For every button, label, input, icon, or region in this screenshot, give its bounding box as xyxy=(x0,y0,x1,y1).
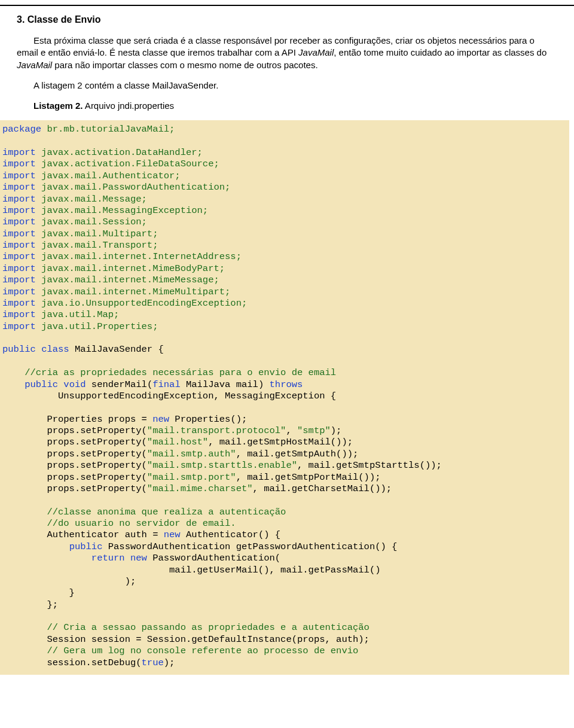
kw-import: import xyxy=(2,159,36,169)
pkg-name: br.mb.tutorialJavaMail; xyxy=(41,124,175,135)
imp: javax.mail.Authenticator; xyxy=(36,170,181,181)
str5: "mail.smtp.starttls.enable" xyxy=(147,460,297,471)
imp: javax.mail.Message; xyxy=(36,194,147,205)
imp: javax.mail.internet.MimeBodyPart; xyxy=(36,263,225,274)
comment4: // Cria a sessao passando as propriedade… xyxy=(47,622,370,633)
kw-final: final xyxy=(152,379,181,390)
imp: javax.mail.Multipart; xyxy=(36,229,158,239)
paragraph-listing-ref: A listagem 2 contém a classe MailJavaSen… xyxy=(17,80,557,92)
kw-import: import xyxy=(2,147,36,158)
comment2: //classe anonima que realiza a autentica… xyxy=(47,507,286,517)
set2a: props.setProperty( xyxy=(2,437,147,447)
kw-import: import xyxy=(2,217,36,227)
e5: , mail.getSmtpPortMail()); xyxy=(236,472,381,483)
c1: , xyxy=(286,425,297,436)
pa-args: mail.getUserMail(), mail.getPassMail() xyxy=(2,565,381,575)
kw-import: import xyxy=(2,287,36,297)
kw-true: true xyxy=(142,657,164,668)
imp: javax.mail.MessagingException; xyxy=(36,205,208,216)
listing-rest: Arquivo jndi.properties xyxy=(83,100,175,111)
para1-text-c: , então tome muito cuidado ao importar a… xyxy=(334,47,546,57)
kw-void: void xyxy=(63,379,86,390)
auth-ctor: Authenticator() { xyxy=(181,529,280,540)
comment5: // Gera um log no console referente ao p… xyxy=(47,645,358,656)
throws-list: UnsupportedEncodingException, MessagingE… xyxy=(2,391,336,401)
kw-new: new xyxy=(152,414,169,425)
e2: , mail.getSmtpHostMail()); xyxy=(208,437,353,447)
imp: javax.mail.PasswordAuthentication; xyxy=(36,182,231,193)
kw-import: import xyxy=(2,229,36,239)
kw-import: import xyxy=(2,251,36,262)
set1a: props.setProperty( xyxy=(2,425,147,436)
imp: javax.mail.internet.MimeMessage; xyxy=(36,275,219,285)
str6: "mail.smtp.port" xyxy=(147,472,236,483)
set6a: props.setProperty( xyxy=(2,483,147,494)
str4: "mail.smtp.auth" xyxy=(147,449,236,459)
kw-import: import xyxy=(2,194,36,205)
kw-class: class xyxy=(41,344,69,355)
kw-import: import xyxy=(2,182,36,193)
end: ); xyxy=(164,657,175,668)
set3a: props.setProperty( xyxy=(2,449,147,459)
imp: javax.activation.FileDataSource; xyxy=(36,159,219,169)
auth-decl: Authenticator auth = xyxy=(2,529,164,540)
gpa: PasswordAuthentication getPasswordAuthen… xyxy=(102,541,397,552)
kw-import: import xyxy=(2,240,36,251)
listing-label: Listagem 2. xyxy=(33,100,83,111)
str3: "mail.host" xyxy=(147,437,208,447)
str2: "smtp" xyxy=(297,425,331,436)
class-decl: MailJavaSender { xyxy=(69,344,164,355)
imp: javax.mail.internet.MimeMultipart; xyxy=(36,287,231,297)
imp: java.io.UnsupportedEncodingException; xyxy=(36,298,247,309)
e1: ); xyxy=(331,425,342,436)
imp: java.util.Properties; xyxy=(36,321,158,332)
pa-close: ); xyxy=(2,576,136,587)
para1-italic-2: JavaMail xyxy=(17,60,52,70)
kw-import: import xyxy=(2,275,36,285)
kw-import: import xyxy=(2,309,36,320)
kw-public: public xyxy=(2,344,36,355)
e6: , mail.getCharsetMail()); xyxy=(253,483,392,494)
kw-throws: throws xyxy=(270,379,303,390)
pa-ctor: PasswordAuthentication( xyxy=(147,553,280,563)
imp: javax.mail.internet.InternetAddress; xyxy=(36,251,242,262)
code-listing: package br.mb.tutorialJavaMail; import j… xyxy=(0,120,569,675)
brace2: }; xyxy=(2,599,58,610)
kw-public: public xyxy=(25,379,58,390)
listing-caption: Listagem 2. Arquivo jndi.properties xyxy=(17,100,557,112)
imp: javax.mail.Session; xyxy=(36,217,147,227)
kw-import: import xyxy=(2,205,36,216)
comment3: //do usuario no servidor de email. xyxy=(47,518,236,529)
kw-new: new xyxy=(130,553,147,563)
imp: javax.mail.Transport; xyxy=(36,240,158,251)
para1-text-e: para não importar classes com o mesmo no… xyxy=(52,60,317,70)
paragraph-intro: Esta próxima classe que será criada é a … xyxy=(17,35,557,71)
imp: java.util.Map; xyxy=(36,309,120,320)
method: senderMail( xyxy=(86,379,153,390)
session: Session session = Session.getDefaultInst… xyxy=(2,634,370,645)
kw-import: import xyxy=(2,321,36,332)
set5a: props.setProperty( xyxy=(2,472,147,483)
kw-public: public xyxy=(69,541,103,552)
e3: , mail.getSmtpAuth()); xyxy=(236,449,359,459)
props-decl: Properties props = xyxy=(2,414,152,425)
kw-import: import xyxy=(2,263,36,274)
e4: , mail.getSmtpStarttls()); xyxy=(297,460,442,471)
kw-new: new xyxy=(164,529,181,540)
brace1: } xyxy=(2,587,75,598)
kw-package: package xyxy=(2,124,41,135)
para1-italic-1: JavaMail xyxy=(298,47,334,57)
imp: javax.activation.DataHandler; xyxy=(36,147,203,158)
kw-import: import xyxy=(2,298,36,309)
section-heading: 3. Classe de Envio xyxy=(17,14,557,25)
kw-import: import xyxy=(2,170,36,181)
setdebug: session.setDebug( xyxy=(2,657,142,668)
str1: "mail.transport.protocol" xyxy=(147,425,286,436)
kw-return: return xyxy=(91,553,125,563)
top-rule xyxy=(0,5,574,6)
comment: //cria as propriedades necessárias para … xyxy=(25,367,336,378)
props-ctor: Properties(); xyxy=(169,414,247,425)
str7: "mail.mime.charset" xyxy=(147,483,253,494)
param: MailJava mail) xyxy=(181,379,270,390)
set4a: props.setProperty( xyxy=(2,460,147,471)
